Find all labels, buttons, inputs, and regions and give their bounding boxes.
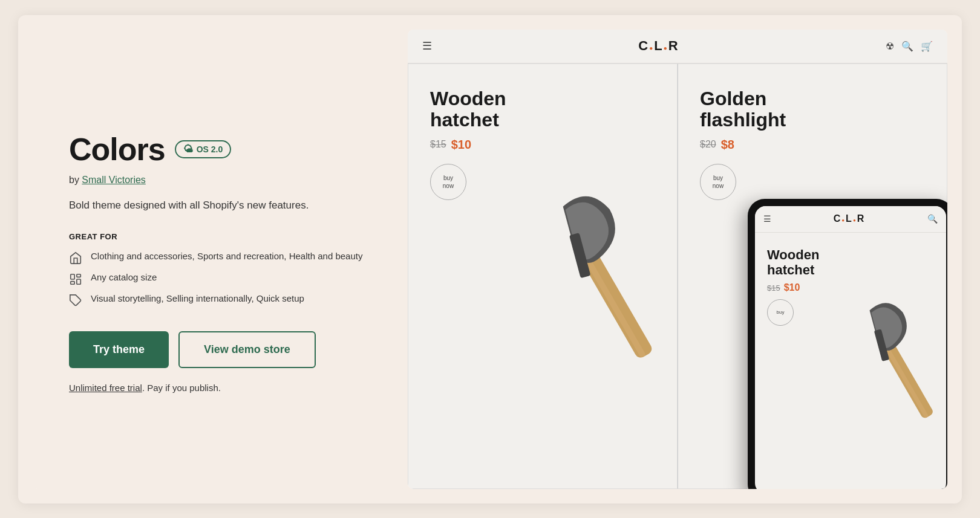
product1-buy-label: buy now [443,174,454,190]
mobile-screen: ☰ C●L●R 🔍 Wooden hatchet $15 $10 buy [755,206,946,489]
page-wrapper: Colors 🌤 OS 2.0 by Small Victories Bold … [18,15,962,503]
svg-rect-3 [71,282,74,285]
cart-icon: 🛒 [921,40,933,52]
mobile-original-price: $15 [767,283,780,293]
trial-text: Unlimited free trial. Pay if you publish… [69,383,371,393]
nav-logo: C●L●R [638,38,679,54]
author-link[interactable]: Small Victories [82,175,146,185]
product2-prices: $20 $8 [700,138,925,152]
user-icon: ☢ [886,40,894,52]
theme-title: Colors [69,131,165,167]
search-icon: 🔍 [901,40,913,52]
mobile-buy-button[interactable]: buy [767,299,794,326]
product2-buy-label: buy now [713,174,724,190]
feature-storytelling: Visual storytelling, Selling internation… [69,293,371,307]
badge-label: OS 2.0 [197,144,223,154]
product2-buy-button[interactable]: buy now [700,164,736,200]
left-panel: Colors 🌤 OS 2.0 by Small Victories Bold … [33,30,408,489]
trial-suffix: . Pay if you publish. [142,383,221,393]
product-card-hatchet: Wooden hatchet $15 $10 buy now [408,63,678,489]
feature-clothing-text: Clothing and accessories, Sports and rec… [91,251,362,261]
mobile-product-prices: $15 $10 [767,282,934,293]
feature-catalog: Any catalog size [69,272,371,286]
svg-rect-2 [77,279,80,284]
buttons-row: Try theme View demo store [69,331,371,368]
mobile-search-icon: 🔍 [927,214,938,224]
store-icon [69,251,82,265]
author-line: by Small Victories [69,175,371,186]
great-for-heading: GREAT FOR [69,232,371,241]
os-badge: 🌤 OS 2.0 [175,140,232,158]
product1-sale-price: $10 [451,138,471,152]
mobile-product: Wooden hatchet $15 $10 buy [755,233,946,489]
mobile-buy-label: buy [777,309,785,316]
feature-storytelling-text: Visual storytelling, Selling internation… [91,293,304,303]
product1-prices: $15 $10 [430,138,655,152]
nav-icons: ☢ 🔍 🛒 [886,40,933,52]
feature-catalog-text: Any catalog size [91,272,157,282]
product2-name: Golden flashlight [700,88,925,131]
try-theme-button[interactable]: Try theme [69,331,169,368]
title-row: Colors 🌤 OS 2.0 [69,131,371,167]
tag-icon [69,294,82,307]
product2-sale-price: $8 [721,138,734,152]
mobile-nav-logo: C●L●R [834,213,866,224]
right-panel: ☰ C●L●R ☢ 🔍 🛒 Wooden hatchet $15 [408,30,947,489]
product1-buy-button[interactable]: buy now [430,164,466,200]
mobile-sale-price: $10 [784,282,800,293]
mobile-product-name: Wooden hatchet [767,247,934,278]
product1-original-price: $15 [430,139,446,150]
feature-clothing: Clothing and accessories, Sports and rec… [69,251,371,265]
mobile-hamburger-icon: ☰ [763,214,771,224]
trial-link[interactable]: Unlimited free trial [69,383,142,393]
mobile-nav: ☰ C●L●R 🔍 [755,206,946,233]
badge-sun-icon: 🌤 [183,144,193,155]
product1-name: Wooden hatchet [430,88,655,131]
theme-description: Bold theme designed with all Shopify's n… [69,198,371,213]
product2-original-price: $20 [700,139,716,150]
view-demo-button[interactable]: View demo store [178,331,316,368]
svg-rect-0 [71,274,74,279]
feature-list: Clothing and accessories, Sports and rec… [69,251,371,307]
mobile-overlay: ☰ C●L●R 🔍 Wooden hatchet $15 $10 buy [748,199,947,489]
nav-hamburger-icon: ☰ [422,39,432,53]
svg-rect-1 [77,274,80,277]
catalog-icon [69,273,82,286]
preview-nav: ☰ C●L●R ☢ 🔍 🛒 [408,30,947,63]
